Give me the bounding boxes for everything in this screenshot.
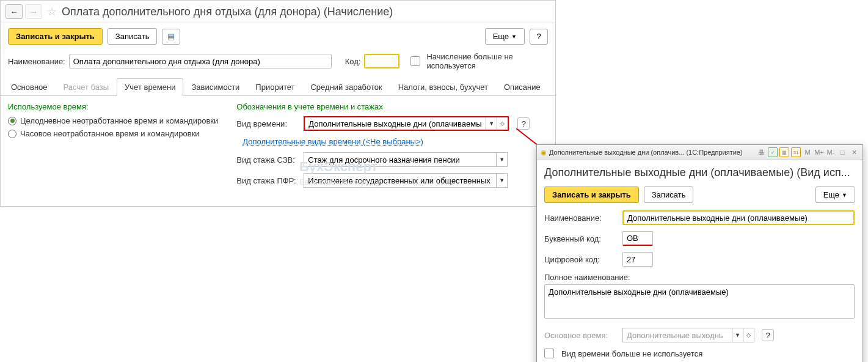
code-input[interactable]	[364, 54, 399, 68]
popup-basetime-open-icon[interactable]: ◇	[743, 328, 754, 342]
pfr-dropdown-icon[interactable]: ▼	[497, 173, 508, 188]
radio-hourly[interactable]	[8, 130, 16, 138]
back-button[interactable]: ←	[5, 4, 23, 19]
popup-name-label: Наименование:	[544, 213, 618, 223]
main-window: ← → ☆ Оплата дополнительного дня отдыха …	[0, 0, 556, 207]
code-label: Код:	[345, 57, 361, 66]
popup-letter-input[interactable]	[622, 231, 653, 246]
tab-time[interactable]: Учет времени	[117, 78, 183, 96]
m-plus-icon[interactable]: M+	[814, 147, 824, 157]
time-type-input[interactable]	[305, 117, 486, 130]
popup-basetime-help[interactable]: ?	[762, 329, 774, 341]
popup-numeric-input[interactable]	[622, 252, 653, 267]
popup-more-button[interactable]: Еще ▼	[815, 187, 855, 203]
forward-button[interactable]: →	[25, 4, 42, 19]
page-title: Оплата дополнительного дня отдыха (для д…	[62, 6, 393, 18]
radio-hourly-label: Часовое неотработанное время и командиро…	[20, 129, 200, 138]
popup-basetime-label: Основное время:	[544, 331, 618, 340]
tab-calc-base[interactable]: Расчет базы	[56, 78, 117, 96]
tab-priority[interactable]: Приоритет	[247, 78, 302, 96]
time-type-open-icon[interactable]: ◇	[497, 117, 508, 130]
radio-daily-label: Целодневное неотработанное время и коман…	[20, 116, 218, 125]
popup-heading: Дополнительные выходные дни (оплачиваемы…	[537, 160, 863, 183]
popup-app-icon: ◉	[541, 149, 547, 157]
m-icon[interactable]: M	[803, 147, 812, 157]
favorite-icon[interactable]: ☆	[47, 5, 57, 18]
szv-label: Вид стажа СЗВ:	[236, 155, 297, 164]
close-icon[interactable]: ✕	[849, 147, 859, 157]
popup-toolbar: Записать и закрыть Записать Еще ▼	[537, 183, 863, 207]
popup-save-close-button[interactable]: Записать и закрыть	[544, 187, 639, 203]
tab-dependencies[interactable]: Зависимости	[183, 78, 247, 96]
maximize-icon[interactable]: □	[837, 147, 847, 157]
radio-daily[interactable]	[8, 117, 16, 125]
popup-window: ◉ Дополнительные выходные дни (оплачив..…	[536, 144, 863, 362]
more-button[interactable]: Еще ▼	[485, 28, 525, 45]
szv-dropdown-icon[interactable]: ▼	[497, 152, 508, 167]
help-button[interactable]: ?	[530, 29, 548, 45]
time-type-help[interactable]: ?	[517, 117, 530, 130]
szv-input[interactable]	[304, 152, 497, 167]
tab-main[interactable]: Основное	[3, 78, 56, 96]
calendar-icon-2[interactable]: ▦	[779, 147, 789, 157]
popup-basetime-dropdown-icon[interactable]: ▼	[732, 328, 743, 342]
list-icon-button[interactable]: ▤	[162, 29, 180, 45]
tab-average[interactable]: Средний заработок	[302, 78, 390, 96]
not-used-label: Начисление больше не используется	[426, 52, 524, 70]
popup-numeric-label: Цифровой код:	[544, 255, 618, 264]
name-label: Наименование:	[8, 57, 65, 66]
popup-not-used-checkbox[interactable]	[544, 349, 554, 358]
tabs: Основное Расчет базы Учет времени Зависи…	[1, 78, 555, 96]
popup-letter-label: Буквенный код:	[544, 234, 618, 243]
tab-description[interactable]: Описание	[496, 78, 549, 96]
print-icon[interactable]: 🖶	[756, 147, 766, 157]
popup-save-button[interactable]: Записать	[644, 187, 694, 203]
popup-titlebar: ◉ Дополнительные выходные дни (оплачив..…	[537, 145, 863, 160]
popup-titlebar-text: Дополнительные выходные дни (оплачив... …	[549, 149, 743, 156]
pfr-label: Вид стажа ПФР:	[236, 176, 297, 185]
popup-basetime-input[interactable]	[622, 328, 732, 342]
calendar-icon-1[interactable]: ✓	[768, 147, 778, 157]
tab-content: Используемое время: Целодневное неотрабо…	[1, 96, 555, 206]
popup-name-input[interactable]	[622, 210, 855, 225]
pfr-input[interactable]	[304, 173, 497, 188]
main-toolbar: Записать и закрыть Записать ▤ Еще ▼ ?	[1, 23, 555, 50]
save-close-button[interactable]: Записать и закрыть	[8, 28, 103, 45]
titlebar: ← → ☆ Оплата дополнительного дня отдыха …	[1, 1, 555, 23]
save-button[interactable]: Записать	[108, 28, 158, 45]
popup-fullname-label: Полное наименование:	[544, 273, 630, 282]
popup-fullname-textarea[interactable]	[544, 284, 855, 319]
m-minus-icon[interactable]: M-	[826, 147, 836, 157]
name-input[interactable]	[69, 54, 332, 68]
calendar-icon-3[interactable]: 31	[791, 147, 801, 157]
time-type-dropdown-icon[interactable]: ▼	[486, 117, 497, 130]
not-used-checkbox[interactable]	[410, 56, 420, 66]
popup-not-used-label: Вид времени больше не используется	[561, 349, 702, 358]
designations-title: Обозначения в учете времени и стажах	[236, 102, 530, 111]
additional-times-link[interactable]: Дополнительные виды времени (<Не выбраны…	[243, 137, 423, 146]
used-time-title: Используемое время:	[8, 102, 218, 111]
tab-taxes[interactable]: Налоги, взносы, бухучет	[390, 78, 496, 96]
time-type-label: Вид времени:	[236, 119, 297, 128]
